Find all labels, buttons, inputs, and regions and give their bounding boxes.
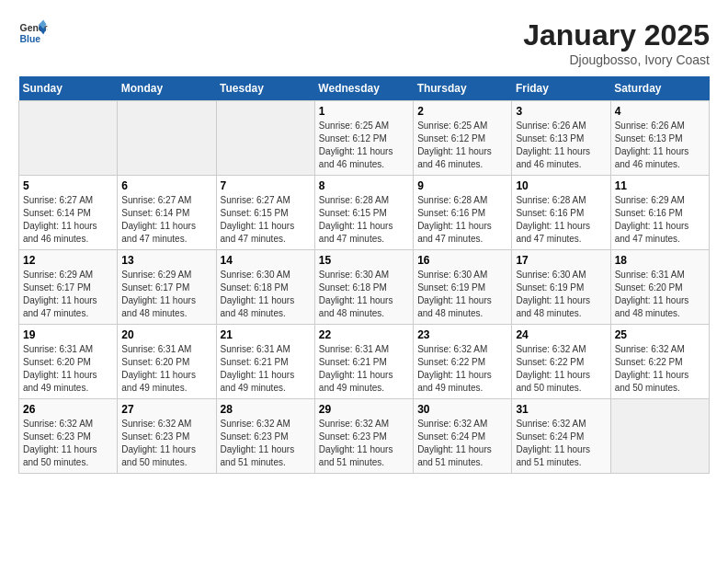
day-info: Sunrise: 6:31 AM Sunset: 6:21 PM Dayligh… bbox=[221, 343, 311, 395]
day-info: Sunrise: 6:27 AM Sunset: 6:14 PM Dayligh… bbox=[23, 194, 113, 246]
day-number: 26 bbox=[23, 403, 113, 416]
day-number: 21 bbox=[221, 328, 311, 341]
day-number: 31 bbox=[516, 403, 606, 416]
day-number: 13 bbox=[121, 254, 211, 267]
calendar-day-cell: 21Sunrise: 6:31 AM Sunset: 6:21 PM Dayli… bbox=[216, 325, 314, 399]
day-number: 2 bbox=[417, 105, 507, 118]
calendar-day-cell: 14Sunrise: 6:30 AM Sunset: 6:18 PM Dayli… bbox=[216, 250, 314, 325]
calendar-day-cell: 29Sunrise: 6:32 AM Sunset: 6:23 PM Dayli… bbox=[314, 399, 413, 474]
day-number: 12 bbox=[23, 254, 113, 267]
day-info: Sunrise: 6:31 AM Sunset: 6:20 PM Dayligh… bbox=[615, 269, 705, 320]
day-number: 5 bbox=[23, 179, 113, 192]
calendar-day-cell: 28Sunrise: 6:32 AM Sunset: 6:23 PM Dayli… bbox=[216, 399, 314, 474]
day-info: Sunrise: 6:30 AM Sunset: 6:18 PM Dayligh… bbox=[221, 269, 311, 320]
day-number: 4 bbox=[615, 105, 705, 118]
day-number: 18 bbox=[615, 254, 705, 267]
calendar-day-cell: 5Sunrise: 6:27 AM Sunset: 6:14 PM Daylig… bbox=[19, 176, 118, 250]
day-number: 29 bbox=[319, 403, 409, 416]
calendar-day-cell: 13Sunrise: 6:29 AM Sunset: 6:17 PM Dayli… bbox=[118, 250, 216, 325]
calendar-day-cell: 9Sunrise: 6:28 AM Sunset: 6:16 PM Daylig… bbox=[414, 176, 512, 250]
location-title: Djougbosso, Ivory Coast bbox=[523, 52, 710, 67]
day-info: Sunrise: 6:26 AM Sunset: 6:13 PM Dayligh… bbox=[516, 120, 606, 171]
day-info: Sunrise: 6:26 AM Sunset: 6:13 PM Dayligh… bbox=[615, 120, 705, 171]
calendar-day-cell: 30Sunrise: 6:32 AM Sunset: 6:24 PM Dayli… bbox=[414, 399, 512, 474]
day-number: 23 bbox=[417, 328, 507, 341]
calendar-day-cell: 3Sunrise: 6:26 AM Sunset: 6:13 PM Daylig… bbox=[512, 101, 610, 176]
day-info: Sunrise: 6:32 AM Sunset: 6:23 PM Dayligh… bbox=[319, 418, 409, 469]
calendar-day-cell: 18Sunrise: 6:31 AM Sunset: 6:20 PM Dayli… bbox=[610, 250, 709, 325]
day-info: Sunrise: 6:27 AM Sunset: 6:15 PM Dayligh… bbox=[221, 194, 311, 246]
day-number: 15 bbox=[319, 254, 409, 267]
calendar-day-cell: 20Sunrise: 6:31 AM Sunset: 6:20 PM Dayli… bbox=[118, 325, 216, 399]
day-info: Sunrise: 6:28 AM Sunset: 6:15 PM Dayligh… bbox=[319, 194, 409, 246]
calendar-day-cell: 12Sunrise: 6:29 AM Sunset: 6:17 PM Dayli… bbox=[19, 250, 118, 325]
day-number: 6 bbox=[121, 179, 211, 192]
page-header: General Blue January 2025 Djougbosso, Iv… bbox=[18, 18, 710, 67]
day-info: Sunrise: 6:32 AM Sunset: 6:24 PM Dayligh… bbox=[417, 418, 507, 469]
day-info: Sunrise: 6:31 AM Sunset: 6:20 PM Dayligh… bbox=[23, 343, 113, 395]
day-number: 19 bbox=[23, 328, 113, 341]
day-info: Sunrise: 6:32 AM Sunset: 6:23 PM Dayligh… bbox=[23, 418, 113, 469]
calendar-day-cell: 2Sunrise: 6:25 AM Sunset: 6:12 PM Daylig… bbox=[414, 101, 512, 176]
day-info: Sunrise: 6:28 AM Sunset: 6:16 PM Dayligh… bbox=[516, 194, 606, 246]
logo: General Blue bbox=[18, 18, 48, 48]
weekday-header: Tuesday bbox=[216, 76, 314, 101]
calendar-day-cell: 27Sunrise: 6:32 AM Sunset: 6:23 PM Dayli… bbox=[118, 399, 216, 474]
day-number: 14 bbox=[221, 254, 311, 267]
month-title: January 2025 bbox=[523, 18, 710, 52]
calendar-day-cell: 16Sunrise: 6:30 AM Sunset: 6:19 PM Dayli… bbox=[414, 250, 512, 325]
calendar-day-cell: 23Sunrise: 6:32 AM Sunset: 6:22 PM Dayli… bbox=[414, 325, 512, 399]
day-info: Sunrise: 6:29 AM Sunset: 6:17 PM Dayligh… bbox=[23, 269, 113, 320]
calendar-header-row: SundayMondayTuesdayWednesdayThursdayFrid… bbox=[19, 76, 710, 101]
weekday-header: Thursday bbox=[414, 76, 512, 101]
day-number: 11 bbox=[615, 179, 705, 192]
calendar-day-cell: 17Sunrise: 6:30 AM Sunset: 6:19 PM Dayli… bbox=[512, 250, 610, 325]
calendar-day-cell: 4Sunrise: 6:26 AM Sunset: 6:13 PM Daylig… bbox=[610, 101, 709, 176]
day-info: Sunrise: 6:31 AM Sunset: 6:21 PM Dayligh… bbox=[319, 343, 409, 395]
day-info: Sunrise: 6:29 AM Sunset: 6:17 PM Dayligh… bbox=[121, 269, 211, 320]
weekday-header: Saturday bbox=[610, 76, 709, 101]
day-number: 24 bbox=[516, 328, 606, 341]
day-info: Sunrise: 6:32 AM Sunset: 6:23 PM Dayligh… bbox=[221, 418, 311, 469]
day-info: Sunrise: 6:28 AM Sunset: 6:16 PM Dayligh… bbox=[417, 194, 507, 246]
day-number: 25 bbox=[615, 328, 705, 341]
day-info: Sunrise: 6:32 AM Sunset: 6:22 PM Dayligh… bbox=[615, 343, 705, 395]
svg-text:Blue: Blue bbox=[20, 34, 41, 44]
calendar-day-cell: 8Sunrise: 6:28 AM Sunset: 6:15 PM Daylig… bbox=[314, 176, 413, 250]
day-number: 7 bbox=[221, 179, 311, 192]
day-number: 9 bbox=[417, 179, 507, 192]
day-number: 8 bbox=[319, 179, 409, 192]
calendar-week-row: 12Sunrise: 6:29 AM Sunset: 6:17 PM Dayli… bbox=[19, 250, 710, 325]
calendar-week-row: 5Sunrise: 6:27 AM Sunset: 6:14 PM Daylig… bbox=[19, 176, 710, 250]
day-number: 17 bbox=[516, 254, 606, 267]
day-info: Sunrise: 6:30 AM Sunset: 6:18 PM Dayligh… bbox=[319, 269, 409, 320]
calendar-day-cell: 25Sunrise: 6:32 AM Sunset: 6:22 PM Dayli… bbox=[610, 325, 709, 399]
day-info: Sunrise: 6:30 AM Sunset: 6:19 PM Dayligh… bbox=[516, 269, 606, 320]
weekday-header: Sunday bbox=[19, 76, 118, 101]
day-info: Sunrise: 6:25 AM Sunset: 6:12 PM Dayligh… bbox=[417, 120, 507, 171]
day-number: 16 bbox=[417, 254, 507, 267]
day-info: Sunrise: 6:32 AM Sunset: 6:23 PM Dayligh… bbox=[121, 418, 211, 469]
weekday-header: Wednesday bbox=[314, 76, 413, 101]
calendar-week-row: 1Sunrise: 6:25 AM Sunset: 6:12 PM Daylig… bbox=[19, 101, 710, 176]
day-number: 30 bbox=[417, 403, 507, 416]
calendar-day-cell: 10Sunrise: 6:28 AM Sunset: 6:16 PM Dayli… bbox=[512, 176, 610, 250]
weekday-header: Friday bbox=[512, 76, 610, 101]
calendar-day-cell bbox=[118, 101, 216, 176]
calendar-week-row: 19Sunrise: 6:31 AM Sunset: 6:20 PM Dayli… bbox=[19, 325, 710, 399]
calendar-day-cell: 7Sunrise: 6:27 AM Sunset: 6:15 PM Daylig… bbox=[216, 176, 314, 250]
calendar-day-cell: 22Sunrise: 6:31 AM Sunset: 6:21 PM Dayli… bbox=[314, 325, 413, 399]
calendar-day-cell: 24Sunrise: 6:32 AM Sunset: 6:22 PM Dayli… bbox=[512, 325, 610, 399]
calendar-day-cell bbox=[216, 101, 314, 176]
calendar-day-cell: 11Sunrise: 6:29 AM Sunset: 6:16 PM Dayli… bbox=[610, 176, 709, 250]
day-info: Sunrise: 6:29 AM Sunset: 6:16 PM Dayligh… bbox=[615, 194, 705, 246]
title-block: January 2025 Djougbosso, Ivory Coast bbox=[523, 18, 710, 67]
day-number: 10 bbox=[516, 179, 606, 192]
calendar-week-row: 26Sunrise: 6:32 AM Sunset: 6:23 PM Dayli… bbox=[19, 399, 710, 474]
day-number: 27 bbox=[121, 403, 211, 416]
day-info: Sunrise: 6:32 AM Sunset: 6:22 PM Dayligh… bbox=[516, 343, 606, 395]
calendar-day-cell bbox=[19, 101, 118, 176]
calendar-day-cell: 1Sunrise: 6:25 AM Sunset: 6:12 PM Daylig… bbox=[314, 101, 413, 176]
day-number: 1 bbox=[319, 105, 409, 118]
calendar-day-cell: 6Sunrise: 6:27 AM Sunset: 6:14 PM Daylig… bbox=[118, 176, 216, 250]
